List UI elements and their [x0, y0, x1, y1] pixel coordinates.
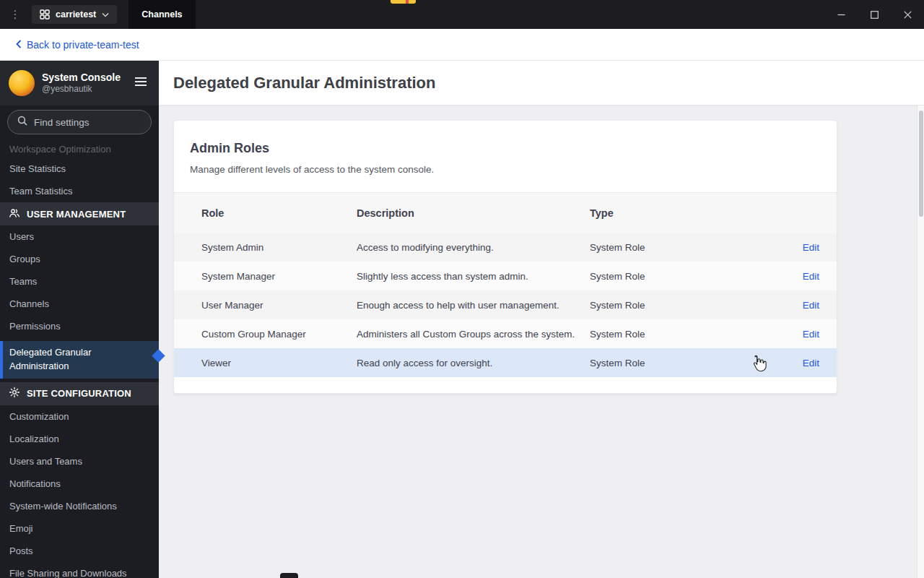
cell-description: Read only access for oversight.	[357, 358, 590, 368]
cell-role: Viewer	[201, 358, 357, 368]
sidebar-item-teams[interactable]: Teams	[0, 270, 159, 293]
back-to-team-link[interactable]: Back to private-team-test	[16, 39, 139, 51]
cell-type: System Role	[590, 329, 763, 340]
sidebar-header: System Console @yesbhautik	[0, 61, 159, 105]
window-controls	[824, 0, 924, 29]
page-title: Delegated Granular Administration	[173, 74, 435, 92]
table-header-row: Role Description Type	[174, 192, 837, 233]
search-icon	[17, 116, 27, 129]
sidebar-section-user-management: USER MANAGEMENT	[0, 202, 159, 225]
cell-description: Enough access to help with user manageme…	[357, 300, 590, 311]
table-row-custom-group-manager: Custom Group Manager Administers all Cus…	[174, 319, 837, 348]
back-navigation-bar: Back to private-team-test	[0, 29, 924, 61]
sidebar-identity: System Console @yesbhautik	[42, 71, 121, 95]
sidebar-item-workspace-optimization[interactable]: Workspace Optimization	[0, 140, 159, 158]
cell-role: System Admin	[201, 242, 357, 253]
vertical-scrollbar-thumb[interactable]	[919, 111, 923, 217]
cell-type: System Role	[590, 242, 763, 253]
card-subtitle: Manage different levels of access to the…	[190, 164, 821, 175]
sidebar-item-users[interactable]: Users	[0, 225, 159, 248]
sidebar-item-users-and-teams[interactable]: Users and Teams	[0, 450, 159, 473]
sidebar-item-system-wide-notifications[interactable]: System-wide Notifications	[0, 495, 159, 517]
cell-role: User Manager	[201, 300, 357, 311]
sidebar-section-label: USER MANAGEMENT	[27, 209, 126, 220]
console-title: System Console	[42, 71, 121, 84]
edit-link-user-manager[interactable]: Edit	[803, 300, 819, 311]
edit-link-system-manager[interactable]: Edit	[803, 271, 819, 282]
chevron-down-icon	[102, 12, 109, 17]
sidebar-item-groups[interactable]: Groups	[0, 248, 159, 270]
server-grid-icon	[40, 9, 50, 20]
sidebar-item-file-sharing-and-downloads[interactable]: File Sharing and Downloads	[0, 562, 159, 578]
sidebar-item-delegated-granular-administration[interactable]: Delegated Granular Administration	[0, 341, 159, 379]
avatar	[9, 70, 35, 96]
content-area: System Console @yesbhautik Workspace O	[0, 61, 924, 578]
edit-link-custom-group-manager[interactable]: Edit	[803, 329, 819, 340]
cell-type: System Role	[590, 271, 763, 282]
cell-description: Slightly less access than system admin.	[357, 271, 590, 282]
hamburger-menu-icon[interactable]	[131, 74, 150, 92]
sidebar-item-customization[interactable]: Customization	[0, 405, 159, 428]
sidebar-item-team-statistics[interactable]: Team Statistics	[0, 180, 159, 202]
table-row-system-admin: System Admin Access to modifying everyth…	[174, 233, 837, 262]
sidebar-section-site-configuration: SITE CONFIGURATION	[0, 382, 159, 405]
gear-icon	[9, 387, 20, 400]
sidebar-item-permissions[interactable]: Permissions	[0, 315, 159, 337]
system-console-sidebar: System Console @yesbhautik Workspace O	[0, 61, 159, 578]
sidebar-item-localization[interactable]: Localization	[0, 428, 159, 450]
table-row-viewer: Viewer Read only access for oversight. S…	[174, 348, 837, 377]
sidebar-item-channels[interactable]: Channels	[0, 293, 159, 315]
page-header: Delegated Granular Administration	[159, 61, 924, 105]
sidebar-item-site-statistics[interactable]: Site Statistics	[0, 158, 159, 180]
users-group-icon	[9, 207, 20, 221]
column-header-type: Type	[590, 207, 763, 219]
console-username: @yesbhautik	[42, 84, 121, 95]
edit-link-viewer[interactable]: Edit	[803, 358, 819, 368]
minimize-button[interactable]	[824, 0, 858, 29]
window-titlebar: ⋮ carrietest Channels	[0, 0, 924, 29]
sidebar-section-label: SITE CONFIGURATION	[27, 388, 131, 399]
card-header: Admin Roles Manage different levels of a…	[174, 121, 837, 192]
server-selector-button[interactable]: carrietest	[32, 5, 117, 24]
sidebar-item-emoji[interactable]: Emoji	[0, 517, 159, 540]
sidebar-item-posts[interactable]: Posts	[0, 540, 159, 562]
card-title: Admin Roles	[190, 141, 821, 156]
search-input[interactable]	[34, 117, 141, 128]
sidebar-search-wrap	[0, 105, 159, 140]
tab-channels[interactable]: Channels	[128, 0, 195, 29]
cell-description: Administers all Custom Groups across the…	[357, 329, 590, 340]
taskbar-notch-artifact	[280, 573, 298, 578]
cell-type: System Role	[590, 358, 763, 368]
table-row-system-manager: System Manager Slightly less access than…	[174, 262, 837, 290]
maximize-button[interactable]	[858, 0, 891, 29]
find-settings-search[interactable]	[7, 110, 152, 134]
chevron-left-icon	[16, 39, 22, 51]
cell-role: Custom Group Manager	[201, 329, 357, 340]
column-header-description: Description	[357, 207, 590, 219]
back-link-label: Back to private-team-test	[27, 39, 139, 51]
sidebar-nav: Workspace Optimization Site Statistics T…	[0, 140, 159, 578]
admin-roles-card: Admin Roles Manage different levels of a…	[173, 120, 837, 394]
close-button[interactable]	[891, 0, 924, 29]
app-menu-dots-icon[interactable]: ⋮	[0, 0, 30, 29]
vertical-scrollbar-track[interactable]	[917, 105, 924, 578]
sidebar-item-notifications[interactable]: Notifications	[0, 473, 159, 495]
admin-roles-table: Role Description Type System Admin Acces…	[174, 192, 837, 377]
server-name-label: carrietest	[56, 9, 96, 20]
cell-role: System Manager	[201, 271, 357, 282]
column-header-role: Role	[201, 207, 357, 219]
edit-link-system-admin[interactable]: Edit	[803, 242, 819, 253]
cell-type: System Role	[590, 300, 763, 311]
cell-description: Access to modifying everything.	[357, 242, 590, 253]
table-row-user-manager: User Manager Enough access to help with …	[174, 290, 837, 319]
taskbar-peek-artifact	[391, 0, 416, 4]
main-panel: Delegated Granular Administration Admin …	[159, 61, 924, 578]
page-body: Admin Roles Manage different levels of a…	[159, 105, 924, 578]
